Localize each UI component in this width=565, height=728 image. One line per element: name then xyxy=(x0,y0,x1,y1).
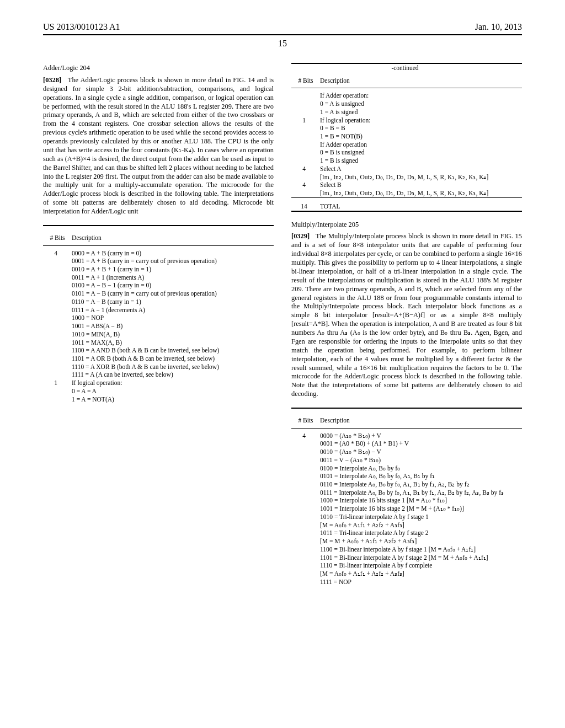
bits-cell xyxy=(291,537,320,545)
table-row: [In₁, In₂, Out₁, Out₂, D₀, D₁, D₂, D₃, M… xyxy=(291,189,522,197)
desc-cell: Select A xyxy=(320,165,522,173)
bits-cell xyxy=(291,440,320,448)
desc-cell: 1101 = Bi-linear interpolate A by f stag… xyxy=(320,554,522,562)
table-adder-microcode-continued: -continued # Bits Description If Adder o… xyxy=(291,63,522,213)
desc-cell: 0001 = A + B (carry in = carry out of pr… xyxy=(72,257,274,265)
table-row: 1 = B = NOT(B) xyxy=(291,132,522,141)
desc-cell: If Adder operation xyxy=(320,141,522,149)
table-row: 0101 = A − B (carry in = carry out of pr… xyxy=(43,290,274,298)
table-row: 0101 = Interpolate A₀, B₀ by f₀, A₁, B₁ … xyxy=(291,472,522,480)
bits-cell xyxy=(43,330,72,339)
table-row: 1 = A is signed xyxy=(291,108,522,116)
table-adder-microcode: # Bits Description 40000 = A + B (carry … xyxy=(43,225,274,403)
bits-cell xyxy=(43,339,72,347)
desc-cell: 1101 = A OR B (both A & B can be inverte… xyxy=(72,355,274,363)
table-row: 40000 = (A₁₀ * B₁₀) + V xyxy=(291,432,522,440)
section-heading-multiply: Multiply/Interpolate 205 xyxy=(291,221,522,229)
table-row: 0010 = A + B + 1 (carry in = 1) xyxy=(43,265,274,274)
table-row: [In₁, In₂, Out₁, Out₂, D₀, D₁, D₂, D₃, M… xyxy=(291,173,522,181)
desc-cell: 1111 = NOP xyxy=(320,578,522,586)
publication-date: Jan. 10, 2013 xyxy=(475,22,522,32)
table-row: 1111 = NOP xyxy=(291,578,522,586)
bits-cell xyxy=(43,363,72,371)
desc-cell: 0100 = A − B − 1 (carry in = 0) xyxy=(72,281,274,290)
table-row: [M = M + A₀f₀ + A₁f₁ + A₂f₂ + A₃f₃] xyxy=(291,537,522,545)
right-column: -continued # Bits Description If Adder o… xyxy=(291,63,522,589)
paragraph-0328: [0328] The Adder/Logic process block is … xyxy=(43,76,274,216)
desc-cell: 1 = B = NOT(B) xyxy=(320,132,522,141)
bits-cell xyxy=(291,545,320,554)
desc-cell: [M = A₀f₀ + A₁f₁ + A₂f₂ + A₃f₃] xyxy=(320,570,522,578)
table-row: 1111 = A (A can be inverted, see below) xyxy=(43,371,274,379)
bits-cell xyxy=(291,505,320,513)
bits-cell xyxy=(291,132,320,141)
bits-cell xyxy=(291,529,320,537)
bits-cell xyxy=(43,387,72,395)
bits-cell xyxy=(291,489,320,497)
continued-label: -continued xyxy=(291,63,522,72)
bits-cell: 4 xyxy=(43,249,72,258)
bits-cell xyxy=(43,290,72,298)
table-row: [M = A₀f₀ + A₁f₁ + A₂f₂ + A₃f₃] xyxy=(291,521,522,529)
bits-cell xyxy=(291,561,320,570)
desc-cell: 0010 = (A₁₀ * B₁₀) − V xyxy=(320,448,522,456)
table-row: 1If logical operation: xyxy=(43,379,274,387)
desc-cell: [In₁, In₂, Out₁, Out₂, D₀, D₁, D₂, D₃, M… xyxy=(320,189,522,197)
col-bits: # Bits xyxy=(43,229,72,245)
table-row: 0100 = Interpolate A₀, B₀ by f₀ xyxy=(291,464,522,473)
table-row: 0 = B is unsigned xyxy=(291,148,522,157)
table-row: 1011 = Tri-linear interpolate A by f sta… xyxy=(291,529,522,537)
desc-cell: 1011 = MAX(A, B) xyxy=(72,339,274,347)
table-row: 0 = B = B xyxy=(291,124,522,132)
table-row: 1100 = A AND B (both A & B can be invert… xyxy=(43,346,274,355)
bits-cell xyxy=(291,456,320,464)
desc-cell: 1110 = A XOR B (both A & B can be invert… xyxy=(72,363,274,371)
bits-cell xyxy=(291,141,320,149)
desc-cell: 1111 = A (A can be inverted, see below) xyxy=(72,371,274,379)
desc-cell: 0010 = A + B + 1 (carry in = 1) xyxy=(72,265,274,274)
desc-cell: 0000 = A + B (carry in = 0) xyxy=(72,249,274,258)
desc-cell: [M = A₀f₀ + A₁f₁ + A₂f₂ + A₃f₃] xyxy=(320,521,522,529)
desc-cell: 1000 = NOP xyxy=(72,314,274,322)
total-bits: 14 xyxy=(291,199,320,211)
table-row: 0001 = (A0 * B0) + (A1 * B1) + V xyxy=(291,440,522,448)
bits-cell xyxy=(291,189,320,197)
table-row: 0111 = A − 1 (decrements A) xyxy=(43,306,274,314)
table-row: 1If logical operation: xyxy=(291,116,522,125)
table-row: 1 = A = NOT(A) xyxy=(43,395,274,404)
bits-cell xyxy=(43,274,72,282)
table-row: 4Select B xyxy=(291,181,522,189)
bits-cell: 1 xyxy=(291,116,320,125)
bits-cell xyxy=(43,395,72,404)
bits-cell xyxy=(291,570,320,578)
bits-cell xyxy=(291,472,320,480)
bits-cell xyxy=(43,298,72,306)
bits-cell xyxy=(43,306,72,314)
desc-cell: 1 = A = NOT(A) xyxy=(72,395,274,404)
bits-cell xyxy=(291,124,320,132)
section-heading-adder: Adder/Logic 204 xyxy=(43,64,274,73)
desc-cell: 0 = B is unsigned xyxy=(320,148,522,157)
desc-cell: 1010 = Tri-linear interpolate A by f sta… xyxy=(320,513,522,521)
bits-cell xyxy=(291,148,320,157)
desc-cell: Select B xyxy=(320,181,522,189)
two-column-layout: Adder/Logic 204 [0328] The Adder/Logic p… xyxy=(43,63,522,589)
header-rule xyxy=(43,34,522,35)
bits-cell xyxy=(43,281,72,290)
table-row: If Adder operation xyxy=(291,141,522,149)
bits-cell xyxy=(291,521,320,529)
desc-cell: 0111 = A − 1 (decrements A) xyxy=(72,306,274,314)
col-desc: Description xyxy=(72,229,274,245)
bits-cell: 1 xyxy=(43,379,72,387)
table-row: If Adder operation: xyxy=(291,92,522,100)
bits-cell xyxy=(291,513,320,521)
desc-cell: 1011 = Tri-linear interpolate A by f sta… xyxy=(320,529,522,537)
desc-cell: [In₁, In₂, Out₁, Out₂, D₀, D₁, D₂, D₃, M… xyxy=(320,173,522,181)
desc-cell: If Adder operation: xyxy=(320,92,522,100)
para-number: [0328] xyxy=(43,76,61,84)
desc-cell: If logical operation: xyxy=(72,379,274,387)
bits-cell xyxy=(291,554,320,562)
table-row: 0110 = A − B (carry in = 1) xyxy=(43,298,274,306)
table-row: 1101 = Bi-linear interpolate A by f stag… xyxy=(291,554,522,562)
table-row: 1000 = Interpolate 16 bits stage 1 [M = … xyxy=(291,496,522,505)
